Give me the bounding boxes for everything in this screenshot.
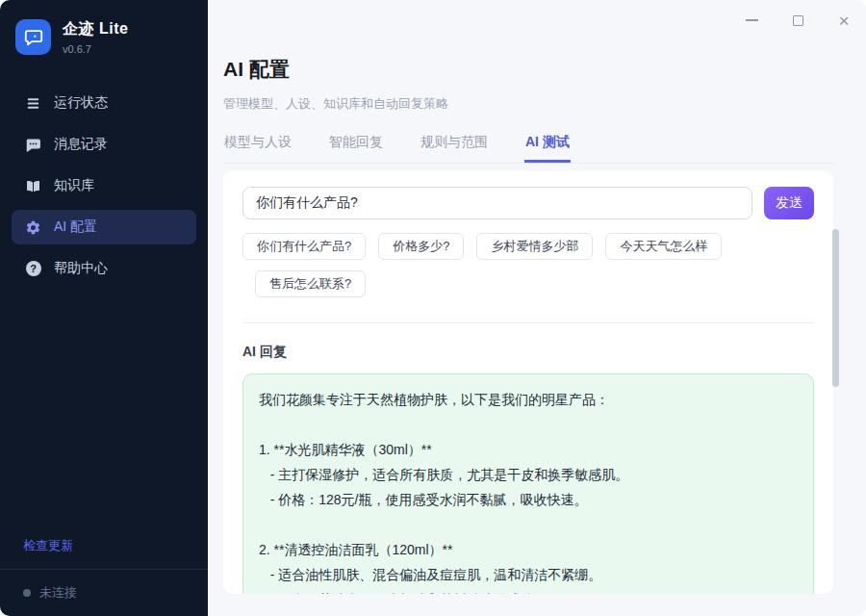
connection-dot-icon: [23, 589, 31, 597]
tab-model-persona[interactable]: 模型与人设: [223, 134, 293, 163]
help-icon: ?: [25, 261, 41, 277]
quick-question-chip[interactable]: 乡村爱情多少部: [476, 233, 593, 260]
send-button[interactable]: 发送: [764, 187, 814, 219]
sidebar-spacer: [0, 286, 208, 537]
scrollbar-thumb[interactable]: [832, 229, 839, 387]
section-divider: [242, 322, 814, 323]
sidebar-item-label: 运行状态: [54, 94, 108, 112]
tab-rules-scope[interactable]: 规则与范围: [420, 134, 489, 163]
gear-icon: [25, 219, 41, 236]
main-panel: × AI 配置 管理模型、人设、知识库和自动回复策略 模型与人设 智能回复 规则…: [208, 0, 866, 616]
window-controls: ×: [737, 8, 858, 33]
ai-reply-label: AI 回复: [242, 344, 814, 361]
sidebar-item-knowledge-base[interactable]: 知识库: [12, 168, 196, 203]
app-window: 企迹 Lite v0.6.7 运行状态: [0, 0, 866, 616]
test-input-row: 发送: [242, 187, 814, 219]
sidebar-item-label: 知识库: [54, 177, 94, 194]
quick-question-chip[interactable]: 价格多少?: [378, 233, 464, 260]
quick-question-chip[interactable]: 今天天气怎么样: [605, 233, 722, 260]
close-button[interactable]: ×: [829, 8, 858, 33]
minimize-button[interactable]: [737, 8, 766, 33]
tab-smart-reply[interactable]: 智能回复: [328, 134, 384, 163]
connection-status-bar: 未连接: [0, 569, 208, 616]
quick-question-chip[interactable]: 售后怎么联系?: [255, 270, 366, 297]
rows-icon: [25, 95, 41, 112]
connection-status-text: 未连接: [39, 584, 77, 602]
quick-question-chips: 你们有什么产品? 价格多少? 乡村爱情多少部 今天天气怎么样 售后怎么联系?: [242, 233, 814, 297]
close-icon: ×: [838, 12, 849, 30]
app-name: 企迹 Lite: [63, 19, 128, 39]
ai-test-card: 发送 你们有什么产品? 价格多少? 乡村爱情多少部 今天天气怎么样 售后怎么联系…: [223, 171, 833, 594]
book-icon: [25, 178, 41, 194]
maximize-button[interactable]: [783, 8, 812, 33]
maximize-icon: [793, 15, 803, 26]
sidebar-item-message-log[interactable]: 消息记录: [12, 127, 196, 162]
tab-bar: 模型与人设 智能回复 规则与范围 AI 测试: [223, 134, 833, 164]
sidebar-item-ai-config[interactable]: AI 配置: [12, 210, 196, 244]
sidebar-item-label: 消息记录: [54, 136, 108, 153]
ai-reply-message: 我们花颜集专注于天然植物护肤，以下是我们的明星产品： 1. **水光肌精华液（3…: [242, 373, 814, 594]
check-update-link[interactable]: 检查更新: [0, 537, 208, 569]
app-logo-icon: [15, 19, 51, 55]
chat-bubble-icon: [25, 137, 41, 153]
sidebar-nav: 运行状态 消息记录: [0, 68, 208, 286]
app-version: v0.6.7: [63, 43, 128, 55]
sidebar-item-label: 帮助中心: [54, 260, 108, 277]
page-title: AI 配置: [223, 56, 866, 83]
test-question-input[interactable]: [242, 187, 752, 219]
sidebar: 企迹 Lite v0.6.7 运行状态: [0, 0, 208, 616]
quick-question-chip[interactable]: 你们有什么产品?: [242, 233, 366, 260]
page-subtitle: 管理模型、人设、知识库和自动回复策略: [223, 95, 866, 113]
sidebar-item-run-status[interactable]: 运行状态: [12, 86, 196, 120]
sidebar-item-label: AI 配置: [54, 218, 97, 236]
brand: 企迹 Lite v0.6.7: [0, 0, 208, 68]
minimize-icon: [746, 19, 758, 21]
sidebar-item-help-center[interactable]: ? 帮助中心: [12, 251, 196, 286]
tab-ai-test[interactable]: AI 测试: [524, 134, 571, 163]
